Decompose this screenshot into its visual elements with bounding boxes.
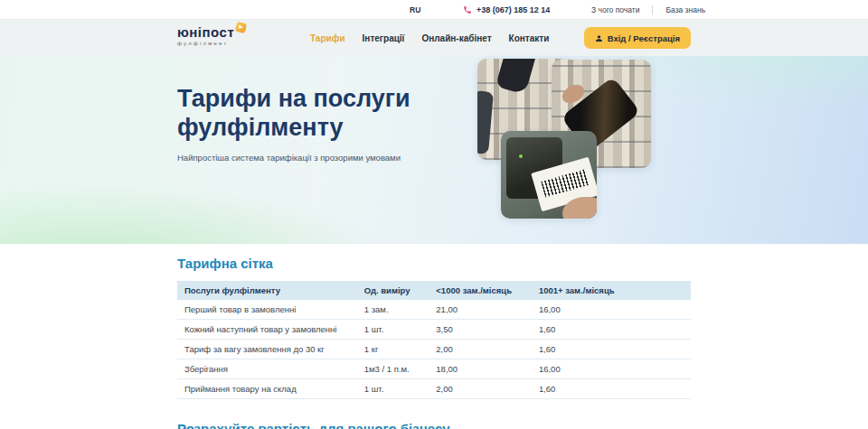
cell-service: Зберігання [177,359,357,379]
page-subtitle: Найпростіша система тарифікації з прозор… [177,153,401,163]
column-header-under-1000: <1000 зам./місяць [429,281,532,300]
cell-price-low: 3,50 [429,320,532,340]
table-header-row: Послуги фулфілменту Од. виміру <1000 зам… [177,281,691,300]
hero-section: Тарифи на послуги фулфілменту Найпростіш… [0,56,868,244]
pricing-section: Тарифна сітка Послуги фулфілменту Од. ви… [177,244,691,399]
logo-diamond-icon [235,22,247,33]
cell-price-high: 16,00 [532,300,691,320]
worker-arm-shape [495,59,535,95]
cell-price-high: 1,60 [532,320,691,340]
login-register-label: Вхід / Реєстрація [608,33,680,43]
cell-price-low: 2,00 [429,340,532,359]
worker-silhouette-shape [477,90,494,154]
cell-price-low: 21,00 [429,300,532,320]
cell-service: Приймання товару на склад [177,379,357,399]
cell-service: Перший товар в замовленні [177,300,357,320]
nav-item-contacts[interactable]: Контакти [509,33,550,43]
logo-tagline: фулфілмент [177,41,246,46]
column-header-unit: Од. виміру [357,281,429,300]
main-content: Тарифна сітка Послуги фулфілменту Од. ви… [0,244,868,429]
topbar-link-getting-started[interactable]: З чого почати [591,5,639,14]
table-row: Тариф за вагу замовлення до 30 кг 1 кг 2… [177,340,691,359]
nav-item-online-cabinet[interactable]: Онлайн-кабінет [421,33,491,43]
column-header-service: Послуги фулфілменту [177,281,357,300]
hero-photo-label-printer [501,131,597,219]
user-icon [595,34,603,42]
topbar: RU +38 (067) 185 12 14 З чого почати Баз… [0,0,868,20]
cell-price-high: 1,60 [532,340,691,359]
pricing-heading: Тарифна сітка [177,256,691,271]
barcode-shape [541,169,589,197]
table-row: Кожний наступний товар у замовленні 1 шт… [177,320,691,340]
phone-link[interactable]: +38 (067) 185 12 14 [463,5,550,14]
cell-unit: 1 кг [357,340,429,359]
table-row: Приймання товару на склад 1 шт. 2,00 1,6… [177,379,691,399]
cell-unit: 1 шт. [357,320,429,340]
phone-icon [463,5,472,14]
main-nav: Тарифи Інтеграції Онлайн-кабінет Контакт… [310,20,549,56]
cell-unit: 1м3 / 1 п.м. [357,359,429,379]
column-header-over-1001: 1001+ зам./місяць [532,281,691,300]
login-register-button[interactable]: Вхід / Реєстрація [584,27,691,49]
topbar-divider [652,5,653,14]
nav-item-integrations[interactable]: Інтеграції [363,33,405,43]
cell-service: Кожний наступний товар у замовленні [177,320,357,340]
main-header: юніпост фулфілмент Тарифи Інтеграції Онл… [0,20,868,56]
cell-unit: 1 зам. [357,300,429,320]
table-row: Зберігання 1м3 / 1 п.м. 18,00 16,00 [177,359,691,379]
page-title: Тарифи на послуги фулфілменту [177,85,426,143]
cell-price-high: 1,60 [532,379,691,399]
printer-led [519,154,523,158]
language-switcher[interactable]: RU [410,5,420,14]
topbar-links: З чого почати База знань [591,5,705,14]
cell-unit: 1 шт. [357,379,429,399]
cell-price-low: 2,00 [429,379,532,399]
logo-wordmark: юніпост [177,25,234,39]
calculator-heading: Розрахуйте вартість для вашого бізнесу [177,421,691,429]
topbar-link-knowledge-base[interactable]: База знань [665,5,705,14]
logo[interactable]: юніпост фулфілмент [177,25,246,46]
calculator-section: Розрахуйте вартість для вашого бізнесу [177,399,691,429]
cell-price-low: 18,00 [429,359,532,379]
table-row: Перший товар в замовленні 1 зам. 21,00 1… [177,300,691,320]
cell-service: Тариф за вагу замовлення до 30 кг [177,340,357,359]
pricing-table: Послуги фулфілменту Од. виміру <1000 зам… [177,281,691,399]
nav-item-tariffs[interactable]: Тарифи [310,33,345,43]
phone-number: +38 (067) 185 12 14 [476,5,550,14]
cell-price-high: 16,00 [532,359,691,379]
